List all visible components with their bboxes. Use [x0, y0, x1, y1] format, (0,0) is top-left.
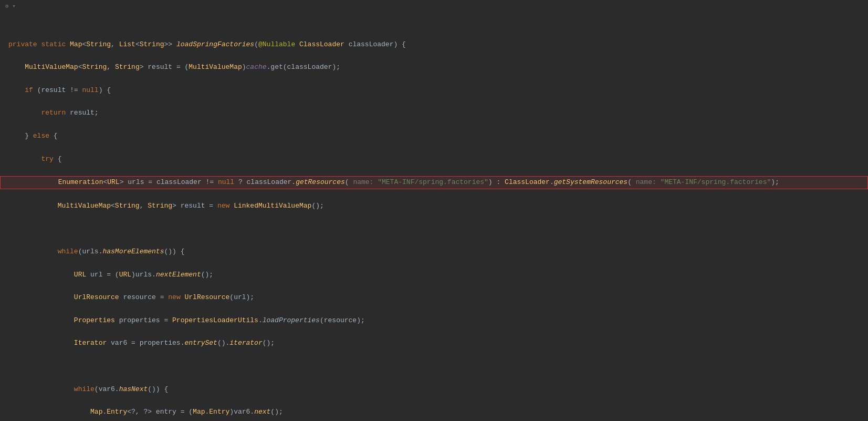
line-4: return result;	[0, 107, 868, 119]
line-5: } else {	[0, 130, 868, 142]
top-bar: ⊕ ▾	[0, 0, 868, 12]
line-1: private static Map<String, List<String>>…	[0, 39, 868, 51]
line-15	[0, 361, 868, 373]
line-8: MultiValueMap<String, String> result = n…	[0, 200, 868, 212]
code-container: private static Map<String, List<String>>…	[0, 12, 868, 421]
line-12: UrlResource resource = new UrlResource(u…	[0, 292, 868, 304]
line-17: Map.Entry<?, ?> entry = (Map.Entry)var6.…	[0, 406, 868, 418]
line-9	[0, 223, 868, 235]
line-10: while(urls.hasMoreElements()) {	[0, 246, 868, 258]
line-13: Properties properties = PropertiesLoader…	[0, 315, 868, 327]
line-16: while(var6.hasNext()) {	[0, 384, 868, 396]
line-6: try {	[0, 153, 868, 166]
line-14: Iterator var6 = properties.entrySet().it…	[0, 337, 868, 350]
line-3: if (result != null) {	[0, 85, 868, 97]
top-bar-icon: ⊕ ▾	[5, 3, 16, 9]
line-7-highlighted: Enumeration<URL> urls = classLoader != n…	[0, 176, 868, 189]
line-11: URL url = (URL)urls.nextElement();	[0, 269, 868, 281]
line-2: MultiValueMap<String, String> result = (…	[0, 61, 868, 74]
